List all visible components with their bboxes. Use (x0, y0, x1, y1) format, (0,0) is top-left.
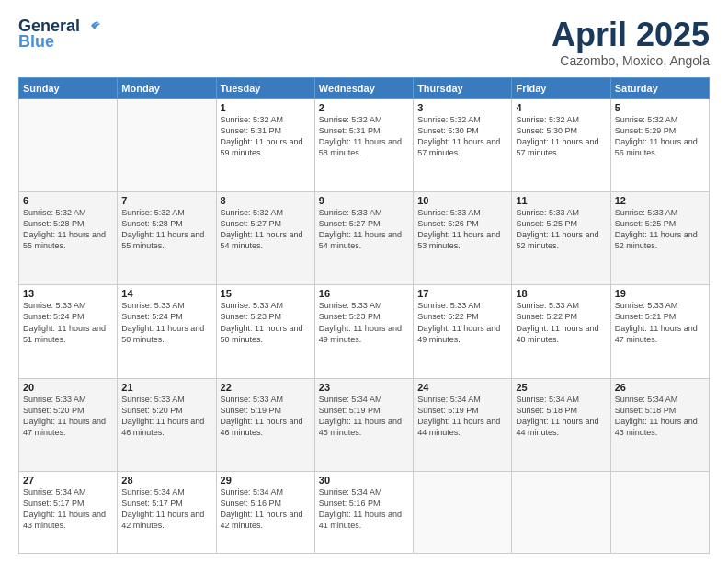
day-number: 26 (615, 382, 705, 393)
calendar-cell: 26Sunrise: 5:34 AM Sunset: 5:18 PM Dayli… (610, 378, 709, 471)
day-info: Sunrise: 5:34 AM Sunset: 5:17 PM Dayligh… (121, 487, 211, 532)
day-number: 11 (516, 195, 606, 206)
calendar-cell: 14Sunrise: 5:33 AM Sunset: 5:24 PM Dayli… (118, 285, 216, 378)
day-info: Sunrise: 5:33 AM Sunset: 5:23 PM Dayligh… (319, 300, 409, 345)
weekday-header-row: SundayMondayTuesdayWednesdayThursdayFrid… (19, 77, 710, 98)
day-number: 10 (417, 195, 507, 206)
day-number: 18 (516, 288, 606, 299)
calendar-cell: 16Sunrise: 5:33 AM Sunset: 5:23 PM Dayli… (314, 285, 413, 378)
calendar-cell: 22Sunrise: 5:33 AM Sunset: 5:19 PM Dayli… (216, 378, 314, 471)
calendar-cell: 30Sunrise: 5:34 AM Sunset: 5:16 PM Dayli… (314, 471, 413, 553)
day-info: Sunrise: 5:34 AM Sunset: 5:19 PM Dayligh… (319, 394, 409, 439)
weekday-header-monday: Monday (118, 77, 216, 98)
day-info: Sunrise: 5:33 AM Sunset: 5:20 PM Dayligh… (23, 394, 113, 439)
day-number: 19 (615, 288, 705, 299)
day-info: Sunrise: 5:33 AM Sunset: 5:22 PM Dayligh… (417, 300, 507, 345)
weekday-header-saturday: Saturday (610, 77, 709, 98)
day-info: Sunrise: 5:34 AM Sunset: 5:19 PM Dayligh… (417, 394, 507, 439)
day-number: 29 (221, 475, 311, 486)
calendar-cell: 23Sunrise: 5:34 AM Sunset: 5:19 PM Dayli… (314, 378, 413, 471)
day-number: 22 (221, 382, 311, 393)
day-info: Sunrise: 5:34 AM Sunset: 5:18 PM Dayligh… (615, 394, 705, 439)
day-info: Sunrise: 5:34 AM Sunset: 5:17 PM Dayligh… (23, 487, 113, 532)
calendar-week-row: 20Sunrise: 5:33 AM Sunset: 5:20 PM Dayli… (19, 378, 710, 471)
day-info: Sunrise: 5:32 AM Sunset: 5:31 PM Dayligh… (221, 114, 311, 159)
calendar-cell: 12Sunrise: 5:33 AM Sunset: 5:25 PM Dayli… (610, 191, 709, 284)
day-info: Sunrise: 5:32 AM Sunset: 5:29 PM Dayligh… (615, 114, 705, 159)
weekday-header-wednesday: Wednesday (314, 77, 413, 98)
day-number: 14 (121, 288, 211, 299)
day-info: Sunrise: 5:32 AM Sunset: 5:28 PM Dayligh… (23, 207, 113, 252)
day-info: Sunrise: 5:33 AM Sunset: 5:19 PM Dayligh… (221, 394, 311, 439)
weekday-header-friday: Friday (512, 77, 610, 98)
day-number: 28 (121, 475, 211, 486)
calendar-cell: 6Sunrise: 5:32 AM Sunset: 5:28 PM Daylig… (19, 191, 118, 284)
calendar-cell: 11Sunrise: 5:33 AM Sunset: 5:25 PM Dayli… (512, 191, 610, 284)
day-info: Sunrise: 5:33 AM Sunset: 5:20 PM Dayligh… (121, 394, 211, 439)
day-number: 21 (121, 382, 211, 393)
day-info: Sunrise: 5:32 AM Sunset: 5:30 PM Dayligh… (417, 114, 507, 159)
day-info: Sunrise: 5:32 AM Sunset: 5:30 PM Dayligh… (516, 114, 606, 159)
header: General Blue April 2025 Cazombo, Moxico,… (18, 17, 710, 68)
calendar-week-row: 6Sunrise: 5:32 AM Sunset: 5:28 PM Daylig… (19, 191, 710, 284)
calendar-cell: 7Sunrise: 5:32 AM Sunset: 5:28 PM Daylig… (118, 191, 216, 284)
day-info: Sunrise: 5:33 AM Sunset: 5:24 PM Dayligh… (23, 300, 113, 345)
weekday-header-sunday: Sunday (19, 77, 118, 98)
day-number: 16 (319, 288, 409, 299)
calendar-cell: 18Sunrise: 5:33 AM Sunset: 5:22 PM Dayli… (512, 285, 610, 378)
weekday-header-thursday: Thursday (414, 77, 512, 98)
calendar-cell: 25Sunrise: 5:34 AM Sunset: 5:18 PM Dayli… (512, 378, 610, 471)
calendar-cell: 21Sunrise: 5:33 AM Sunset: 5:20 PM Dayli… (118, 378, 216, 471)
calendar-cell (610, 471, 709, 553)
calendar-table: SundayMondayTuesdayWednesdayThursdayFrid… (18, 77, 710, 554)
day-info: Sunrise: 5:33 AM Sunset: 5:22 PM Dayligh… (516, 300, 606, 345)
location-subtitle: Cazombo, Moxico, Angola (552, 53, 710, 68)
day-number: 1 (221, 102, 311, 113)
calendar-cell (512, 471, 610, 553)
calendar-cell (19, 98, 118, 191)
day-number: 24 (417, 382, 507, 393)
calendar-week-row: 1Sunrise: 5:32 AM Sunset: 5:31 PM Daylig… (19, 98, 710, 191)
page: General Blue April 2025 Cazombo, Moxico,… (0, 0, 728, 563)
calendar-cell: 13Sunrise: 5:33 AM Sunset: 5:24 PM Dayli… (19, 285, 118, 378)
day-number: 23 (319, 382, 409, 393)
day-number: 27 (23, 475, 113, 486)
calendar-cell: 29Sunrise: 5:34 AM Sunset: 5:16 PM Dayli… (216, 471, 314, 553)
day-number: 17 (417, 288, 507, 299)
day-number: 9 (319, 195, 409, 206)
day-number: 8 (221, 195, 311, 206)
day-number: 3 (417, 102, 507, 113)
day-number: 12 (615, 195, 705, 206)
day-number: 2 (319, 102, 409, 113)
day-info: Sunrise: 5:32 AM Sunset: 5:28 PM Dayligh… (121, 207, 211, 252)
calendar-cell: 4Sunrise: 5:32 AM Sunset: 5:30 PM Daylig… (512, 98, 610, 191)
day-number: 7 (121, 195, 211, 206)
day-number: 20 (23, 382, 113, 393)
day-info: Sunrise: 5:33 AM Sunset: 5:25 PM Dayligh… (516, 207, 606, 252)
calendar-cell (414, 471, 512, 553)
day-number: 13 (23, 288, 113, 299)
title-area: April 2025 Cazombo, Moxico, Angola (552, 17, 710, 68)
day-number: 5 (615, 102, 705, 113)
day-info: Sunrise: 5:32 AM Sunset: 5:31 PM Dayligh… (319, 114, 409, 159)
logo: General Blue (18, 17, 100, 52)
day-number: 30 (319, 475, 409, 486)
calendar-cell: 1Sunrise: 5:32 AM Sunset: 5:31 PM Daylig… (216, 98, 314, 191)
day-number: 25 (516, 382, 606, 393)
month-title: April 2025 (552, 17, 710, 53)
day-info: Sunrise: 5:33 AM Sunset: 5:26 PM Dayligh… (417, 207, 507, 252)
calendar-cell: 10Sunrise: 5:33 AM Sunset: 5:26 PM Dayli… (414, 191, 512, 284)
calendar-cell (118, 98, 216, 191)
calendar-cell: 2Sunrise: 5:32 AM Sunset: 5:31 PM Daylig… (314, 98, 413, 191)
day-info: Sunrise: 5:34 AM Sunset: 5:16 PM Dayligh… (221, 487, 311, 532)
calendar-cell: 8Sunrise: 5:32 AM Sunset: 5:27 PM Daylig… (216, 191, 314, 284)
logo-blue: Blue (18, 32, 54, 52)
calendar-week-row: 13Sunrise: 5:33 AM Sunset: 5:24 PM Dayli… (19, 285, 710, 378)
calendar-cell: 15Sunrise: 5:33 AM Sunset: 5:23 PM Dayli… (216, 285, 314, 378)
day-number: 4 (516, 102, 606, 113)
calendar-cell: 9Sunrise: 5:33 AM Sunset: 5:27 PM Daylig… (314, 191, 413, 284)
weekday-header-tuesday: Tuesday (216, 77, 314, 98)
day-info: Sunrise: 5:33 AM Sunset: 5:25 PM Dayligh… (615, 207, 705, 252)
calendar-cell: 17Sunrise: 5:33 AM Sunset: 5:22 PM Dayli… (414, 285, 512, 378)
day-number: 15 (221, 288, 311, 299)
